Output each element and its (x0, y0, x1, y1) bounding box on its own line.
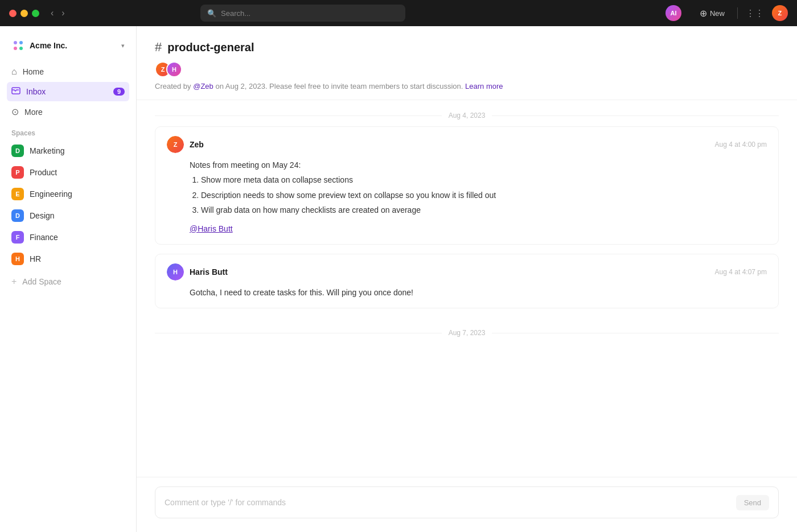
mention-link-1[interactable]: @Haris Butt (190, 222, 767, 235)
forward-button[interactable]: › (59, 7, 67, 19)
add-space-label: Add Space (22, 277, 61, 286)
ai-label: AI (670, 10, 676, 17)
list-item: Description needs to show some preview t… (201, 189, 767, 201)
msg-time-2: Aug 4 at 4:07 pm (715, 268, 767, 276)
list-item: Show more meta data on collapse sections (201, 174, 767, 186)
msg-text-2: Gotcha, I need to create tasks for this.… (190, 288, 413, 297)
sidebar-item-home[interactable]: ⌂ Home (7, 63, 129, 81)
divider (737, 7, 738, 19)
msg-list-1: Show more meta data on collapse sections… (190, 174, 767, 216)
date-divider-2: Aug 7, 2023 (155, 317, 779, 344)
sidebar: Acme Inc. ▾ ⌂ Home Inbox 9 ⊙ More Spaces… (0, 26, 137, 532)
comment-input[interactable] (165, 489, 736, 516)
space-item-marketing[interactable]: D Marketing (7, 141, 129, 161)
date-line (492, 116, 779, 116)
msg-author-1: Zeb (190, 140, 204, 149)
send-button[interactable]: Send (736, 495, 769, 510)
new-label: New (710, 9, 725, 18)
channel-meta-suffix: on Aug 2, 2023. Please feel free to invi… (213, 82, 465, 90)
topbar: ‹ › 🔍 AI ⊕ New ⋮⋮ Z (0, 0, 797, 26)
window-controls (9, 10, 39, 17)
comment-area: Send (137, 477, 797, 532)
content-area: # product-general Z H Created by @Zeb on… (137, 26, 797, 532)
inbox-badge: 9 (113, 88, 125, 96)
product-dot: P (11, 166, 24, 179)
message-header-2: H Haris Butt Aug 4 at 4:07 pm (167, 263, 767, 281)
design-dot: D (11, 209, 24, 222)
svg-point-2 (14, 47, 17, 50)
add-space-button[interactable]: + Add Space (7, 273, 129, 291)
back-button[interactable]: ‹ (48, 7, 56, 19)
minimize-window-button[interactable] (20, 10, 28, 17)
space-item-finance[interactable]: F Finance (7, 227, 129, 248)
sidebar-item-more[interactable]: ⊙ More (7, 102, 129, 121)
search-bar[interactable]: 🔍 (200, 5, 405, 22)
message-card-1: Z Zeb Aug 4 at 4:00 pm Notes from meetin… (155, 126, 779, 245)
hr-label: HR (30, 254, 41, 263)
inbox-label: Inbox (26, 87, 46, 96)
ai-button[interactable]: AI (665, 5, 681, 21)
add-space-plus-icon: + (11, 277, 17, 287)
date-line-2 (155, 333, 442, 333)
list-item: Will grab data on how many checklists ar… (201, 204, 767, 216)
space-item-engineering[interactable]: E Engineering (7, 184, 129, 204)
space-item-design[interactable]: D Design (7, 205, 129, 226)
home-label: Home (23, 67, 44, 76)
more-icon: ⊙ (11, 106, 19, 117)
workspace-name: Acme Inc. (30, 41, 67, 50)
date-label-2: Aug 7, 2023 (449, 329, 486, 337)
ai-badge: AI (665, 5, 681, 21)
new-button[interactable]: ⊕ New (695, 6, 729, 21)
channel-title-row: # product-general (155, 40, 779, 55)
grid-icon[interactable]: ⋮⋮ (746, 8, 764, 19)
msg-avatar-1: Z (167, 136, 184, 153)
sidebar-item-inbox[interactable]: Inbox 9 (7, 82, 129, 101)
nav-arrows: ‹ › (48, 7, 67, 19)
main-layout: Acme Inc. ▾ ⌂ Home Inbox 9 ⊙ More Spaces… (0, 26, 797, 532)
msg-avatar-2: H (167, 263, 184, 281)
product-label: Product (30, 168, 57, 177)
search-input[interactable] (221, 9, 398, 18)
channel-meta-prefix: Created by (155, 82, 193, 90)
engineering-label: Engineering (30, 189, 72, 199)
workspace-caret-icon: ▾ (121, 42, 125, 50)
marketing-label: Marketing (30, 146, 64, 155)
finance-dot: F (11, 231, 24, 244)
spaces-section-label: Spaces (7, 122, 129, 141)
learn-more-link[interactable]: Learn more (465, 82, 503, 90)
engineering-dot: E (11, 188, 24, 200)
hash-icon: # (155, 40, 162, 55)
new-plus-icon: ⊕ (700, 8, 707, 19)
date-label-1: Aug 4, 2023 (449, 112, 486, 119)
svg-point-0 (14, 41, 17, 44)
maximize-window-button[interactable] (32, 10, 39, 17)
date-line-2 (492, 333, 779, 333)
message-header-1: Z Zeb Aug 4 at 4:00 pm (167, 136, 767, 153)
close-window-button[interactable] (9, 10, 17, 17)
svg-point-3 (19, 47, 23, 50)
channel-meta: Created by @Zeb on Aug 2, 2023. Please f… (155, 82, 779, 90)
message-card-2: H Haris Butt Aug 4 at 4:07 pm Gotcha, I … (155, 254, 779, 308)
home-icon: ⌂ (11, 67, 17, 77)
space-item-hr[interactable]: H HR (7, 249, 129, 269)
channel-meta-author[interactable]: @Zeb (193, 82, 213, 90)
marketing-dot: D (11, 145, 24, 157)
workspace-logo (11, 39, 25, 52)
finance-label: Finance (30, 233, 58, 242)
msg-body-2: Gotcha, I need to create tasks for this.… (167, 286, 767, 299)
design-label: Design (30, 211, 55, 220)
svg-point-1 (19, 41, 23, 44)
topbar-right: ⊕ New ⋮⋮ Z (695, 5, 788, 21)
msg-time-1: Aug 4 at 4:00 pm (715, 141, 767, 149)
space-item-product[interactable]: P Product (7, 162, 129, 183)
user-avatar[interactable]: Z (772, 5, 788, 21)
member-avatar-2: H (166, 61, 182, 77)
msg-author-2: Haris Butt (190, 267, 228, 277)
channel-members: Z H (155, 61, 779, 77)
date-line (155, 116, 442, 116)
comment-box: Send (155, 486, 779, 518)
channel-header: # product-general Z H Created by @Zeb on… (137, 26, 797, 100)
messages-area: Aug 4, 2023 Z Zeb Aug 4 at 4:00 pm Notes… (137, 100, 797, 477)
date-divider-1: Aug 4, 2023 (155, 100, 779, 126)
workspace-header[interactable]: Acme Inc. ▾ (7, 35, 129, 56)
